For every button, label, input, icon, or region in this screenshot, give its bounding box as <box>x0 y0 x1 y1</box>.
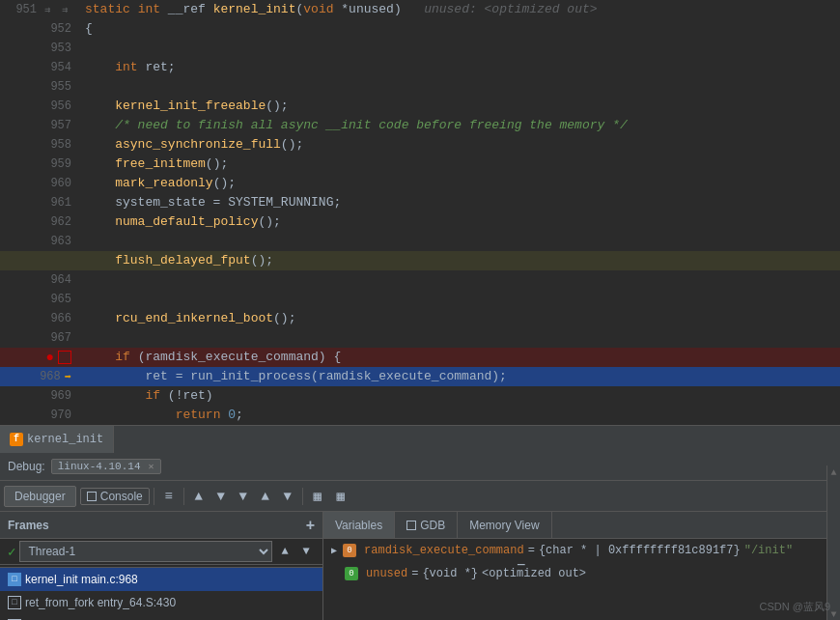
code-content-967if: if (ramdisk_execute_command) { <box>77 348 840 367</box>
frame-item-kernel-init[interactable]: □ kernel_init main.c:968 <box>0 568 322 591</box>
gdb-tab[interactable]: GDB <box>395 512 458 538</box>
file-tab-kernel-init[interactable]: f kernel_init <box>0 426 114 453</box>
line-gutter-970: 970 <box>0 409 77 422</box>
toolbar-menu-btn[interactable]: ≡ <box>158 486 180 507</box>
debug-panels: Frames + ✓ Thread-1 ▲ ▼ − □ kernel_init … <box>0 512 840 620</box>
file-type-icon: f <box>10 433 23 446</box>
file-tab-bar: f kernel_init <box>0 425 840 452</box>
code-line-963-empty: 963 <box>0 232 840 251</box>
var-equals-ramdisk: = <box>528 544 535 557</box>
line-gutter-965: 965 <box>0 293 77 306</box>
scroll-panel: ▲ ▼ <box>826 465 840 620</box>
line-gutter-956: 956 <box>0 99 77 113</box>
code-content-962: numa_default_policy(); <box>77 212 840 232</box>
code-line-962: 962 numa_default_policy(); <box>0 212 840 232</box>
var-type-icon-ramdisk: 0 <box>343 544 356 557</box>
frame-item-ret-from-fork[interactable]: □ ret_from_fork entry_64.S:430 <box>0 591 322 614</box>
debug-tab-close[interactable]: ✕ <box>149 461 154 472</box>
frame-label-ret-from-fork: ret_from_fork entry_64.S:430 <box>25 596 176 609</box>
var-name-unused: unused <box>366 567 407 580</box>
console-tab[interactable]: Console <box>80 488 150 505</box>
frames-add-btn[interactable]: + <box>306 517 315 534</box>
code-line-968: 968 ➡ ret = run_init_process(ramdisk_exe… <box>0 367 840 386</box>
code-line-967-empty: 967 <box>0 328 840 348</box>
thread-check-icon: ✓ <box>8 544 15 560</box>
debug-title-bar: Debug: linux-4.10.14 ✕ <box>0 452 840 481</box>
code-line-966: 966 rcu_end_inkernel_boot(); <box>0 309 840 328</box>
thread-up-btn[interactable]: ▲ <box>276 543 294 560</box>
debug-session-tab[interactable]: linux-4.10.14 ✕ <box>51 459 161 474</box>
debugger-tab[interactable]: Debugger <box>4 486 76 507</box>
line-gutter-966: 966 <box>0 312 77 325</box>
line-gutter-958: 958 <box>0 138 77 152</box>
code-content-952: { <box>77 19 840 39</box>
variables-tab[interactable]: Variables <box>323 512 395 538</box>
step-out-btn[interactable]: ▲ <box>255 486 276 507</box>
code-content-954: int ret; <box>77 58 840 77</box>
line-gutter-964: 964 <box>0 273 77 287</box>
line-gutter-954: 954 <box>0 61 77 74</box>
scroll-down-btn[interactable]: ▼ <box>830 609 836 620</box>
code-content-961: system_state = SYSTEM_RUNNING; <box>77 193 840 212</box>
var-name-ramdisk: ramdisk_execute_command <box>364 544 524 557</box>
var-value-ramdisk: "/init" <box>744 544 793 557</box>
line-gutter-962: 962 <box>0 215 77 229</box>
threads-btn[interactable]: ▦ <box>330 486 351 507</box>
code-content-951: static int __ref kernel_init(void *unuse… <box>77 0 840 19</box>
code-content-957: /* need to finish all async __init code … <box>77 116 840 135</box>
line-gutter-955: 955 <box>0 80 77 94</box>
scroll-up-btn[interactable]: ▲ <box>830 467 836 478</box>
run-to-cursor-btn[interactable]: ▼ <box>277 486 298 507</box>
thread-down-btn[interactable]: ▼ <box>297 543 315 560</box>
line-gutter-967e: 967 <box>0 331 77 345</box>
thread-item: ✓ Thread-1 ▲ ▼ <box>0 539 322 564</box>
resume-btn[interactable]: ▲ <box>188 486 210 507</box>
code-content-959: free_initmem(); <box>77 155 840 174</box>
frames-minus-btn[interactable]: − <box>511 557 834 575</box>
frame-item-unknown[interactable]: □ <unknown> 0x0000000000000000 <box>0 614 322 620</box>
debug-toolbar: Debugger Console ≡ ▲ ▼ ▼ ▲ ▼ ▦ ▦ <box>0 481 840 512</box>
line-gutter-953: 953 <box>0 42 77 55</box>
code-line-969: 969 if (!ret) <box>0 386 840 406</box>
line-gutter-967if: ● <box>0 350 77 365</box>
code-line-953: 953 <box>0 39 840 58</box>
code-line-957: 957 /* need to finish all async __init c… <box>0 116 840 135</box>
debug-nav-group: ▲ ▼ ▼ ▲ ▼ <box>188 486 298 507</box>
code-line-955: 955 <box>0 77 840 97</box>
step-over-btn[interactable]: ▼ <box>210 486 232 507</box>
debug-label: Debug: <box>8 460 45 473</box>
watermark: CSDN @蓝风9 <box>759 600 830 614</box>
code-content-968: ret = run_init_process(ramdisk_execute_c… <box>77 367 840 386</box>
code-line-952: 952 { <box>0 19 840 39</box>
code-line-965: 965 <box>0 290 840 309</box>
linux-version-label: linux-4.10.14 <box>58 461 141 472</box>
code-content-966: rcu_end_inkernel_boot(); <box>77 309 840 328</box>
frames-btn[interactable]: ▦ <box>307 486 328 507</box>
code-line-951: 951 ⇉ ⇉ static int __ref kernel_init(voi… <box>0 0 840 19</box>
code-content-960: mark_readonly(); <box>77 174 840 193</box>
code-line-956: 956 kernel_init_freeable(); <box>0 97 840 116</box>
frames-panel-header: Frames + <box>0 512 322 539</box>
memory-view-tab[interactable]: Memory View <box>458 512 551 538</box>
console-label: Console <box>100 490 143 503</box>
code-line-954: 954 int ret; <box>0 58 840 77</box>
code-content-956: kernel_init_freeable(); <box>77 97 840 116</box>
execution-arrow-icon: ➡ <box>65 370 71 384</box>
var-type-icon-unused: 0 <box>345 567 358 580</box>
code-editor: 951 ⇉ ⇉ static int __ref kernel_init(voi… <box>0 0 840 425</box>
breakpoint-marker <box>58 351 71 364</box>
code-line-960: 960 mark_readonly(); <box>0 174 840 193</box>
code-content-963f: flush_delayed_fput(); <box>77 251 840 270</box>
code-line-959: 959 free_initmem(); <box>0 155 840 174</box>
variables-panel-tabs: Variables GDB Memory View <box>323 512 840 539</box>
step-into-btn[interactable]: ▼ <box>233 486 254 507</box>
var-expand-arrow-ramdisk[interactable]: ▶ <box>331 545 337 556</box>
breakpoint-icon: ● <box>46 350 54 365</box>
thread-selector[interactable]: Thread-1 <box>19 541 272 562</box>
line-gutter-960: 960 <box>0 177 77 190</box>
frame-label-kernel-init: kernel_init main.c:968 <box>25 573 138 586</box>
code-line-963-flush: flush_delayed_fput(); <box>0 251 840 270</box>
line-gutter-951: 951 ⇉ ⇉ <box>0 3 77 16</box>
toolbar-sep-3 <box>302 488 303 505</box>
gdb-icon <box>406 521 416 530</box>
